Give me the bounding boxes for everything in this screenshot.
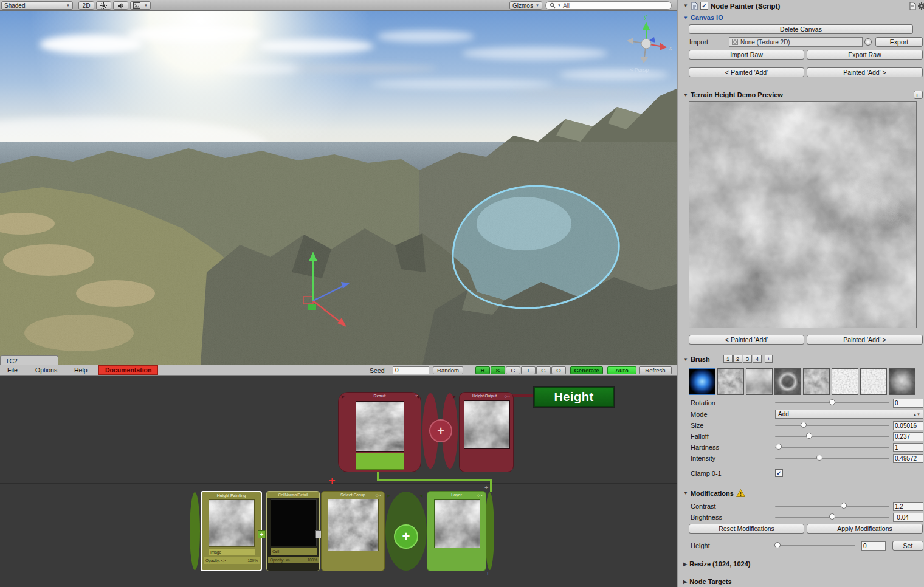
lighting-toggle[interactable]	[96, 1, 111, 10]
foldout-icon[interactable]: ▼	[683, 15, 688, 21]
refresh-button[interactable]: Refresh	[639, 366, 672, 374]
node-height-output[interactable]: Height Output ◇ x	[459, 392, 514, 472]
size-value[interactable]	[893, 421, 923, 430]
import-raw-button[interactable]: Import Raw	[689, 50, 804, 60]
channel-o-button[interactable]: O	[551, 366, 566, 374]
falloff-value[interactable]	[893, 432, 923, 441]
component-header[interactable]: ▼ ✓ Node Painter (Script)	[683, 2, 780, 10]
brush-thumb[interactable]	[774, 368, 801, 395]
node-height-painting[interactable]: Height Painting Image Opacity: <> 100%	[201, 491, 262, 571]
size-slider[interactable]	[775, 422, 889, 429]
heightmap-preview-image[interactable]	[689, 101, 917, 328]
section-resize[interactable]: ▶ Resize (1024, 1024)	[683, 560, 750, 568]
canvas-add-icon[interactable]: +	[486, 570, 489, 577]
menu-documentation[interactable]: Documentation	[98, 365, 158, 375]
brightness-slider[interactable]	[775, 513, 889, 521]
node-close-icon[interactable]: ◇ x	[376, 493, 381, 497]
menu-help[interactable]: Help	[68, 365, 94, 375]
shaded-dropdown[interactable]: Shaded▼	[1, 1, 73, 10]
help-doc-icon[interactable]	[909, 2, 916, 10]
brush-slot-4[interactable]: 4	[753, 355, 762, 363]
painted-prev-button[interactable]: < Painted 'Add'	[689, 67, 804, 77]
group-combine-add-node[interactable]: +	[394, 524, 418, 549]
random-button[interactable]: Random	[433, 366, 463, 374]
brush-slot-add[interactable]: +	[765, 355, 773, 363]
brush-thumb[interactable]	[889, 368, 915, 395]
node-close-icon[interactable]: ◇ x	[505, 394, 510, 398]
brush-slot-2[interactable]: 2	[733, 355, 742, 363]
brush-slot-1[interactable]: 1	[723, 355, 733, 363]
clamp-checkbox[interactable]: ✓	[775, 469, 783, 477]
scene-search-field[interactable]: ▼ All	[545, 1, 672, 10]
brush-thumb[interactable]	[803, 368, 830, 395]
import-object-field[interactable]: None (Texture 2D)	[729, 37, 863, 47]
foldout-icon[interactable]: ▼	[683, 92, 688, 98]
combine-add-node[interactable]: +	[429, 419, 452, 442]
gear-icon[interactable]	[918, 2, 924, 10]
2d-toggle[interactable]: 2D	[78, 1, 94, 10]
component-enabled-checkbox[interactable]: ✓	[700, 2, 708, 10]
contrast-value[interactable]	[893, 502, 923, 511]
channel-c-button[interactable]: C	[506, 366, 520, 374]
channel-s-button[interactable]: S	[491, 366, 505, 374]
brush-slot-3[interactable]: 3	[743, 355, 752, 363]
falloff-slider[interactable]	[775, 433, 889, 440]
section-node-targets[interactable]: ▶ Node Targets	[683, 578, 732, 585]
menu-options[interactable]: Options	[29, 365, 63, 375]
section-preview[interactable]: ▼ Terrain Height Demo Preview	[683, 91, 783, 98]
node-cellnormaldetail[interactable]: CellNormalDetail Cell Opacity: <> 100%	[266, 491, 320, 571]
height-output-label[interactable]: Height	[534, 387, 614, 407]
brush-thumb[interactable]	[832, 368, 858, 395]
rotation-slider[interactable]	[775, 399, 889, 407]
foldout-collapsed-icon[interactable]: ▶	[683, 561, 687, 567]
contrast-slider[interactable]	[775, 503, 889, 510]
blend-add-icon[interactable]: +	[258, 530, 266, 538]
rotation-value[interactable]	[893, 399, 923, 408]
scene-view[interactable]: y x < Persp	[0, 11, 677, 365]
audio-toggle[interactable]	[113, 1, 128, 10]
intensity-slider[interactable]	[775, 455, 889, 462]
object-picker-icon[interactable]	[864, 38, 872, 46]
section-brush[interactable]: ▼ Brush	[683, 355, 710, 363]
foldout-icon[interactable]: ▼	[683, 3, 688, 9]
mode-dropdown[interactable]: Add ▲▼	[775, 410, 923, 419]
section-canvas-io[interactable]: ▼ Canvas IO	[683, 14, 723, 21]
apply-modifications-button[interactable]: Apply Modifications	[807, 524, 923, 534]
export-raw-button[interactable]: Export Raw	[807, 50, 923, 60]
node-result[interactable]: ▶ Result x	[338, 392, 421, 472]
node-opacity-bar[interactable]: Opacity: <> 100%	[204, 557, 260, 564]
height-slider[interactable]	[775, 542, 855, 549]
preview-expand-button[interactable]: E	[914, 91, 923, 99]
reset-modifications-button[interactable]: Reset Modifications	[689, 524, 804, 534]
brush-thumb[interactable]	[717, 368, 744, 395]
menu-file[interactable]: File	[1, 365, 24, 375]
gizmos-dropdown[interactable]: Gizmos▼	[509, 1, 542, 10]
channel-h-button[interactable]: H	[475, 366, 490, 374]
node-output-bar[interactable]	[356, 453, 404, 470]
section-modifications[interactable]: ▼ Modifications	[683, 489, 745, 497]
intensity-value[interactable]	[893, 454, 923, 463]
brush-thumb[interactable]	[746, 368, 773, 395]
node-close-icon[interactable]: ◇ x	[477, 493, 483, 497]
painted-next-button[interactable]: Painted 'Add' >	[807, 335, 923, 345]
brightness-value[interactable]	[893, 513, 923, 522]
hardness-value[interactable]	[893, 443, 923, 452]
tc2-tab[interactable]: TC2	[0, 355, 58, 365]
node-opacity-bar[interactable]: Opacity: <> 100%	[268, 557, 319, 563]
effects-dropdown[interactable]: ▼	[130, 1, 151, 10]
delete-canvas-button[interactable]: Delete Canvas	[689, 24, 913, 34]
node-select-group[interactable]: Select Group ◇ x	[321, 491, 385, 571]
hardness-slider[interactable]	[775, 444, 889, 451]
painted-prev-button[interactable]: < Painted 'Add'	[689, 335, 804, 345]
seed-input[interactable]	[393, 366, 429, 374]
foldout-collapsed-icon[interactable]: ▶	[683, 579, 687, 585]
set-height-button[interactable]: Set	[892, 541, 923, 551]
brush-thumb-selected[interactable]	[689, 368, 715, 395]
brush-thumb[interactable]	[860, 368, 887, 395]
group-add-icon[interactable]: +	[484, 484, 488, 491]
painted-next-button[interactable]: Painted 'Add' >	[807, 67, 923, 77]
node-graph-canvas[interactable]: ▶ Result x ◀ ▶ + Height Output ◇ x Heigh…	[0, 376, 677, 587]
node-image-bar[interactable]: Image	[209, 549, 255, 555]
export-button[interactable]: Export	[875, 37, 923, 47]
height-value[interactable]	[861, 541, 886, 551]
